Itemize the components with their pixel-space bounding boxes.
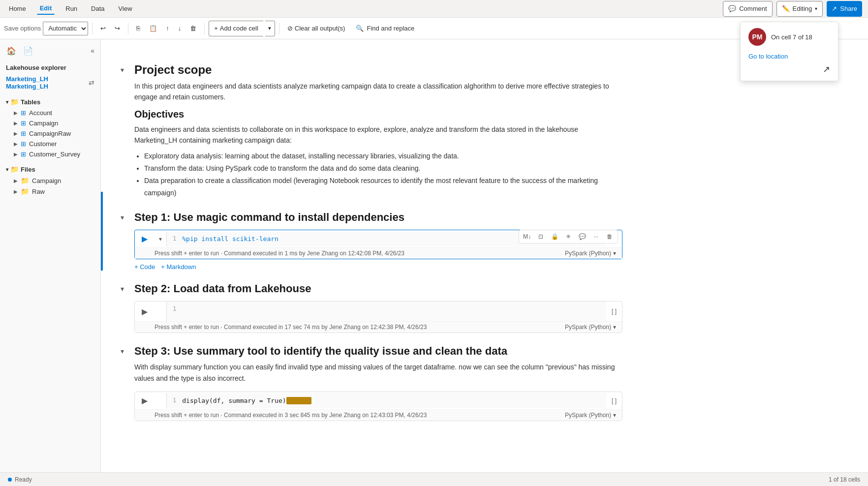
cell2-run-button[interactable]: ▶ bbox=[135, 303, 155, 320]
menu-run[interactable]: Run bbox=[62, 3, 80, 14]
step2-collapse[interactable]: ▾ bbox=[121, 285, 130, 293]
objective-item-1: Exploratory data analysis: learning abou… bbox=[144, 150, 622, 162]
add-code-cell-button[interactable]: + Add code cell bbox=[209, 21, 263, 36]
copy-cell-button[interactable]: ⎘ bbox=[132, 21, 144, 36]
project-scope-collapse[interactable]: ▾ bbox=[121, 66, 130, 74]
step2-header: ▾ Step 2: Load data from Lakehouse bbox=[121, 282, 622, 295]
step3-title: Step 3: Use summary tool to identify the… bbox=[134, 345, 507, 358]
sidebar-collapse-button[interactable]: « bbox=[89, 45, 96, 57]
step2-code-cell: ▶ 1 [ ] Press shift + enter to run · Com… bbox=[134, 301, 622, 333]
cell3-code-content[interactable]: 1 display(df, summary = True) bbox=[166, 393, 606, 408]
sidebar-item-customer-survey[interactable]: ▶ ⊞ Customer_Survey bbox=[0, 149, 100, 159]
menu-edit[interactable]: Edit bbox=[37, 2, 55, 15]
step2-title: Step 2: Load data from Lakehouse bbox=[134, 282, 311, 295]
active-cell-indicator bbox=[101, 192, 103, 271]
move-up-button[interactable]: ↑ bbox=[162, 21, 173, 36]
comment-button[interactable]: 💬 Comment bbox=[723, 1, 772, 17]
sidebar-home-icon[interactable]: 🏠 bbox=[4, 43, 19, 58]
cell3-status-text: Press shift + enter to run · Command exe… bbox=[155, 412, 427, 419]
step3-header: ▾ Step 3: Use summary tool to identify t… bbox=[121, 345, 622, 358]
add-code-button[interactable]: + Code bbox=[134, 263, 155, 271]
find-replace-button[interactable]: 🔍 Find and replace bbox=[351, 21, 419, 36]
objectives-title: Objectives bbox=[134, 109, 184, 120]
cell1-status: Press shift + enter to run · Command exe… bbox=[135, 247, 622, 259]
clear-outputs-button[interactable]: ⊘ Clear all output(s) bbox=[283, 21, 349, 36]
cell3-status: Press shift + enter to run · Command exe… bbox=[135, 409, 622, 421]
cell2-language[interactable]: PySpark (Python) ▾ bbox=[565, 324, 616, 331]
table-icon: ⊞ bbox=[21, 109, 26, 117]
sidebar-item-customer[interactable]: ▶ ⊞ Customer bbox=[0, 139, 100, 149]
project-scope-header: ▾ Project scope bbox=[121, 63, 622, 77]
cell-md-btn[interactable]: M↓ bbox=[521, 231, 533, 242]
status-dot bbox=[8, 478, 12, 482]
cell-param-btn[interactable]: ⊡ bbox=[535, 231, 547, 242]
editing-button[interactable]: ✏️ Editing ▾ bbox=[776, 1, 823, 17]
line-number-1: 1 bbox=[173, 235, 176, 242]
code-text-1: %pip install scikit-learn bbox=[182, 235, 279, 243]
cell2-code-content[interactable]: 1 bbox=[166, 302, 606, 321]
share-icon: ↗ bbox=[832, 5, 837, 12]
step1-collapse[interactable]: ▾ bbox=[121, 213, 130, 221]
expand-icon: ▶ bbox=[14, 110, 18, 116]
cell-comment-btn[interactable]: 💬 bbox=[576, 231, 588, 242]
cell-count: 1 of 18 cells bbox=[829, 476, 860, 483]
add-markdown-button[interactable]: + Markdown bbox=[161, 263, 196, 271]
table-icon: ⊞ bbox=[21, 140, 26, 148]
expand-icon: ▶ bbox=[14, 141, 18, 147]
line-number-3: 1 bbox=[173, 397, 176, 404]
code-line-2: 1 bbox=[173, 305, 600, 312]
tables-section-header[interactable]: ▾ 📁 Tables bbox=[0, 96, 100, 108]
cell1-run-button[interactable]: ▶ bbox=[135, 230, 155, 247]
step3-desc: With display summary function you can ea… bbox=[134, 362, 622, 384]
expand-icon: ▶ bbox=[14, 121, 18, 126]
undo-button[interactable]: ↩ bbox=[96, 21, 110, 36]
cell2-brackets: [ ] bbox=[606, 304, 622, 319]
menu-view[interactable]: View bbox=[116, 3, 135, 14]
folder-tables-icon: 📁 bbox=[10, 98, 19, 106]
cell3-language[interactable]: PySpark (Python) ▾ bbox=[565, 412, 616, 419]
lakehouse-explorer-title: Lakehouse explorer bbox=[0, 60, 100, 73]
share-button[interactable]: ↗ Share bbox=[827, 1, 862, 17]
chevron-down-icon: ▾ bbox=[613, 324, 616, 331]
files-section-header[interactable]: ▾ 📁 Files bbox=[0, 163, 100, 175]
sidebar-item-campaignraw[interactable]: ▶ ⊞ CampaignRaw bbox=[0, 128, 100, 139]
menu-home[interactable]: Home bbox=[6, 3, 29, 14]
user-popup: PM On cell 7 of 18 Go to location ↗ bbox=[740, 22, 838, 81]
refresh-icon[interactable]: ⇄ bbox=[89, 79, 94, 87]
cell1-language[interactable]: PySpark (Python) ▾ bbox=[565, 250, 616, 257]
objective-item-2: Transform the data: Using PySpark code t… bbox=[144, 162, 622, 175]
line-number-2: 1 bbox=[173, 305, 176, 312]
step3-body: With display summary function you can ea… bbox=[134, 362, 622, 384]
cell1-status-text: Press shift + enter to run · Command exe… bbox=[155, 250, 404, 257]
save-options-select[interactable]: Automatic Manual bbox=[43, 22, 88, 35]
code-selection bbox=[286, 397, 311, 404]
add-code-cell-dropdown[interactable]: ▾ bbox=[265, 21, 275, 36]
move-down-button[interactable]: ↓ bbox=[174, 21, 186, 36]
delete-cell-button[interactable]: 🗑 bbox=[186, 21, 200, 36]
status-bar: Ready 1 of 18 cells bbox=[0, 472, 868, 486]
files-expand-icon: ▾ bbox=[6, 167, 8, 172]
cell-star-btn[interactable]: ✳ bbox=[562, 231, 574, 242]
step3-collapse[interactable]: ▾ bbox=[121, 347, 130, 355]
lakehouse-name[interactable]: Marketing_LH Marketing_LH bbox=[6, 75, 89, 90]
cell-more-btn[interactable]: ··· bbox=[590, 231, 602, 242]
sidebar-item-campaign[interactable]: ▶ ⊞ Campaign bbox=[0, 118, 100, 128]
sidebar-item-files-campaign[interactable]: ▶ 📁 Campaign bbox=[0, 175, 100, 186]
go-to-location-button[interactable]: Go to location bbox=[748, 51, 830, 62]
redo-button[interactable]: ↪ bbox=[111, 21, 124, 36]
step1-code-cell: M↓ ⊡ 🔒 ✳ 💬 ··· 🗑 ▶ ▾ 1 %pip in bbox=[134, 230, 622, 259]
cell3-run-button[interactable]: ▶ bbox=[135, 392, 155, 409]
sidebar-item-files-raw[interactable]: ▶ 📁 Raw bbox=[0, 186, 100, 197]
cell1-collapse-button[interactable]: ▾ bbox=[155, 236, 166, 243]
menu-bar: Home Edit Run Data View 💬 Comment ✏️ Edi… bbox=[0, 0, 868, 18]
cell-delete-btn[interactable]: 🗑 bbox=[604, 231, 616, 242]
cell-lock-btn[interactable]: 🔒 bbox=[549, 231, 560, 242]
cell2-status: Press shift + enter to run · Command exe… bbox=[135, 321, 622, 333]
avatar: PM bbox=[748, 28, 766, 46]
menu-data[interactable]: Data bbox=[88, 3, 107, 14]
sidebar-file-icon[interactable]: 📄 bbox=[21, 43, 35, 58]
cell3-brackets: [ ] bbox=[606, 394, 622, 408]
sidebar-item-account[interactable]: ▶ ⊞ Account bbox=[0, 108, 100, 118]
paste-cell-button[interactable]: 📋 bbox=[145, 21, 161, 36]
folder-icon: 📁 bbox=[21, 177, 29, 184]
